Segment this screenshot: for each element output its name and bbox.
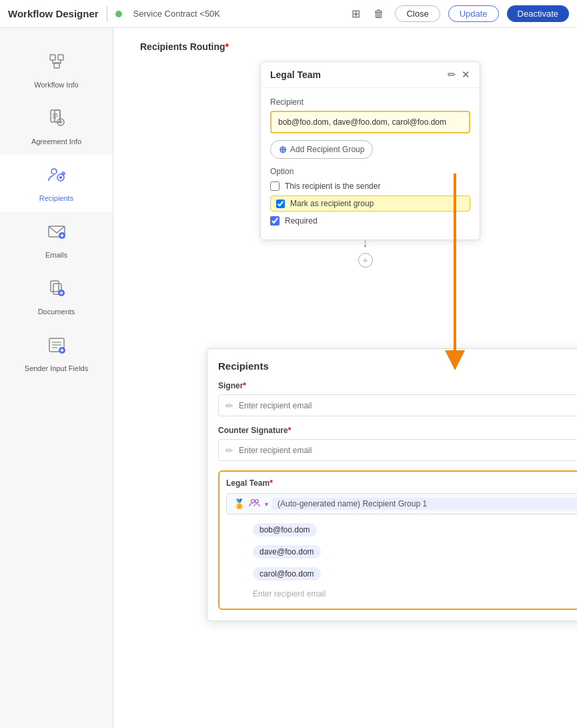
workflow-info-icon [46,51,67,77]
svg-point-44 [255,500,259,503]
group-chevron-icon[interactable]: ▾ [265,500,268,508]
svg-rect-1 [58,55,63,60]
mark-group-checkbox[interactable] [276,200,285,208]
contract-name: Service Contract <50K [133,9,220,19]
mark-group-label: Mark as recipient group [290,199,374,208]
required-checkbox-row: Required [270,216,470,226]
mark-group-checkbox-row: Mark as recipient group [270,196,470,212]
award-icon: 🏅 [233,498,245,509]
svg-rect-23 [51,281,59,292]
sidebar-item-documents[interactable]: Documents [0,268,113,325]
sidebar-label-emails: Emails [45,251,67,259]
update-button[interactable]: Update [448,5,499,22]
flow-plus-4[interactable]: + [358,253,373,268]
sidebar-item-sender-input-fields[interactable]: Sender Input Fields [0,325,113,382]
group-row: 🏅 ▾ (Auto-generated name) Recipient Grou… [226,493,577,514]
sidebar-item-recipients[interactable]: Recipients [0,155,113,212]
sidebar-item-workflow-info[interactable]: Workflow Info [0,41,113,98]
recipient-input-box[interactable]: bob@foo.dom, dave@foo.dom, carol@foo.dom [270,111,470,133]
sidebar: Workflow Info Agreement Info [0,28,113,728]
header-divider [107,6,107,22]
deactivate-button[interactable]: Deactivate [507,5,569,22]
panel-actions: ✏ ✕ [448,69,470,81]
svg-rect-0 [50,55,55,60]
sidebar-label-agreement-info: Agreement Info [31,137,81,145]
delete-icon-button[interactable]: 🗑 [371,5,387,23]
enter-email-placeholder[interactable]: Enter recipient email [253,589,326,599]
required-checkbox-label: Required [285,216,318,226]
svg-point-15 [51,169,57,174]
signer-section: Signer* ✏ ⊘ ⌄ None 💬 [218,381,577,416]
member-row-1: bob@foo.dom ⊘ ▾ None [246,520,577,540]
svg-point-43 [251,500,255,503]
svg-point-17 [59,176,62,179]
member-row-3: carol@foo.dom ⊘ ▾ None [246,564,577,584]
sender-input-fields-icon [46,334,67,360]
add-group-plus-icon: ⊕ [279,144,287,155]
group-name-text: (Auto-generated name) Recipient Group 1 [272,498,577,510]
close-panel-button[interactable]: ✕ [462,69,470,81]
option-label: Option [270,167,470,176]
legal-team-panel: Legal Team ✏ ✕ Recipient bob@foo.dom, da… [260,61,480,240]
panel-header: Legal Team ✏ ✕ [261,62,480,88]
signer-section-label: Signer* [218,381,577,390]
signer-row: ✏ ⊘ ⌄ None 💬 [218,394,577,416]
sidebar-label-documents: Documents [38,308,75,316]
sidebar-item-emails[interactable]: Emails [0,212,113,268]
content-area: Recipients Routing* ↓ + Sign [113,28,577,728]
svg-point-18 [61,171,65,175]
sender-checkbox-row: This recipient is the sender [270,181,470,191]
emails-icon [46,221,67,247]
legal-team-section: Legal Team* 🏅 ▾ (Auto-generated n [218,470,577,610]
recipients-panel-title: Recipients [218,360,269,372]
recipients-panel: Recipients ? Signer* ✏ ⊘ ⌄ None 💬 [207,348,577,621]
recipients-icon [46,164,67,190]
documents-icon [46,278,67,304]
sender-checkbox-label: This recipient is the sender [285,181,380,191]
counter-signature-row: ✏ ⊘ ⌄ None 💬 [218,439,577,461]
member-email-1: bob@foo.dom [253,523,317,536]
status-indicator [115,11,122,17]
group-icon [249,498,261,510]
member-row-2: dave@foo.dom ⊘ ▾ None [246,542,577,562]
sidebar-item-agreement-info[interactable]: Agreement Info [0,98,113,155]
recipients-panel-header: Recipients ? [218,360,577,372]
app-title: Workflow Designer [8,8,99,19]
member-email-2: dave@foo.dom [253,545,321,559]
counter-email-input[interactable] [239,446,577,455]
counter-row-icon: ✏ [225,445,233,456]
routing-title: Recipients Routing* [140,41,550,52]
signer-row-icon: ✏ [225,400,233,411]
sidebar-label-recipients: Recipients [39,194,73,202]
enter-email-row: Enter recipient email [246,586,577,602]
app-header: Workflow Designer Service Contract <50K … [0,0,577,28]
agreement-info-icon [46,107,67,133]
counter-signature-section: Counter Signature* ✏ ⊘ ⌄ None 💬 [218,426,577,461]
layout-icon-button[interactable]: ⊞ [349,5,363,23]
panel-title: Legal Team [270,69,321,80]
add-group-label: Add Recipient Group [290,145,364,154]
legal-team-section-label: Legal Team* [226,478,577,488]
sidebar-label-workflow-info: Workflow Info [34,81,78,89]
required-checkbox[interactable] [270,216,279,226]
recipient-field-label: Recipient [270,97,470,107]
sender-checkbox[interactable] [270,181,279,191]
signer-email-input[interactable] [239,401,577,410]
counter-signature-section-label: Counter Signature* [218,426,577,435]
main-layout: Workflow Info Agreement Info [0,28,577,728]
close-button[interactable]: Close [395,5,440,22]
member-email-3: carol@foo.dom [253,567,321,581]
add-recipient-group-button[interactable]: ⊕ Add Recipient Group [270,140,373,159]
edit-panel-button[interactable]: ✏ [448,69,456,81]
sidebar-label-sender-input-fields: Sender Input Fields [25,364,88,372]
panel-body: Recipient bob@foo.dom, dave@foo.dom, car… [261,88,480,240]
